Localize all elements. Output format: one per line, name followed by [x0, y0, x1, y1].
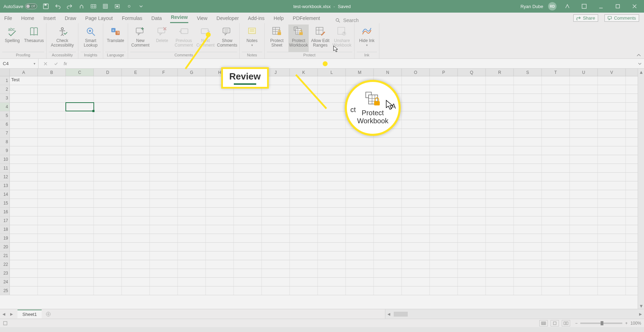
cell[interactable]	[178, 146, 206, 155]
cell[interactable]	[150, 76, 178, 85]
cell[interactable]	[374, 146, 402, 155]
cell[interactable]	[346, 146, 374, 155]
row-header[interactable]: 13	[0, 181, 10, 190]
cell[interactable]	[66, 269, 94, 277]
column-header[interactable]: V	[598, 69, 626, 76]
column-header[interactable]: A	[10, 69, 38, 76]
cell[interactable]	[234, 199, 262, 207]
cell[interactable]	[66, 138, 94, 146]
collapse-ribbon-icon[interactable]	[636, 53, 641, 58]
tab-insert[interactable]: Insert	[43, 14, 56, 23]
cell[interactable]	[178, 155, 206, 164]
cell[interactable]	[66, 234, 94, 242]
cell[interactable]	[262, 103, 290, 111]
cell[interactable]	[38, 138, 66, 146]
cell[interactable]	[318, 181, 346, 190]
cell[interactable]	[430, 278, 458, 286]
row-header[interactable]: 2	[0, 85, 10, 94]
cell[interactable]	[458, 181, 486, 190]
cell[interactable]	[346, 138, 374, 146]
cell[interactable]	[38, 251, 66, 260]
select-all-corner[interactable]	[0, 69, 10, 76]
cell[interactable]	[430, 138, 458, 146]
cell[interactable]	[290, 260, 318, 269]
cell[interactable]	[514, 199, 542, 207]
cell[interactable]	[346, 243, 374, 251]
qat-btn-8[interactable]	[125, 2, 133, 10]
cell[interactable]	[234, 260, 262, 269]
cell[interactable]	[94, 129, 122, 137]
record-macro-icon[interactable]	[3, 321, 8, 326]
cell[interactable]	[458, 251, 486, 260]
cell[interactable]	[10, 199, 38, 207]
cell[interactable]	[458, 199, 486, 207]
cell[interactable]	[66, 251, 94, 260]
row-header[interactable]: 10	[0, 155, 10, 164]
cell[interactable]	[318, 85, 346, 94]
cell[interactable]	[346, 278, 374, 286]
scroll-left-icon[interactable]: ◂	[385, 311, 392, 317]
cell[interactable]	[598, 225, 626, 234]
cell[interactable]	[318, 286, 346, 295]
cell[interactable]	[234, 286, 262, 295]
cell[interactable]	[94, 208, 122, 216]
cell[interactable]	[262, 286, 290, 295]
cell[interactable]	[262, 216, 290, 225]
cell[interactable]	[346, 155, 374, 164]
cell[interactable]	[38, 85, 66, 94]
cell[interactable]	[570, 251, 598, 260]
cell[interactable]	[234, 278, 262, 286]
scroll-right-icon[interactable]: ▸	[637, 311, 644, 317]
cell[interactable]	[402, 181, 430, 190]
cell[interactable]	[234, 146, 262, 155]
tab-page-layout[interactable]: Page Layout	[85, 14, 114, 23]
cell[interactable]	[66, 216, 94, 225]
cell[interactable]	[542, 76, 570, 85]
minimize-icon[interactable]	[595, 1, 607, 11]
tab-draw[interactable]: Draw	[64, 14, 77, 23]
cell[interactable]	[570, 243, 598, 251]
cell[interactable]	[346, 199, 374, 207]
cell[interactable]	[234, 164, 262, 172]
cell[interactable]	[318, 278, 346, 286]
cell[interactable]	[402, 190, 430, 199]
cell[interactable]	[374, 243, 402, 251]
cell[interactable]	[458, 190, 486, 199]
cell[interactable]	[66, 76, 94, 85]
cell[interactable]	[318, 216, 346, 225]
cell[interactable]	[150, 173, 178, 181]
sheet-nav-next-icon[interactable]: ▸	[8, 311, 15, 317]
cell[interactable]	[234, 155, 262, 164]
cell[interactable]	[290, 164, 318, 172]
cell[interactable]	[38, 94, 66, 102]
cell[interactable]	[318, 243, 346, 251]
tab-addins[interactable]: Add-ins	[247, 14, 265, 23]
hide-ink-button[interactable]: Hide Ink ▾	[357, 25, 377, 52]
zoom-slider[interactable]	[580, 323, 622, 324]
cell[interactable]	[374, 164, 402, 172]
cell[interactable]	[542, 146, 570, 155]
cell[interactable]	[430, 234, 458, 242]
cell[interactable]	[150, 181, 178, 190]
cell[interactable]	[402, 251, 430, 260]
spelling-button[interactable]: abc Spelling	[2, 25, 22, 52]
cell[interactable]	[262, 234, 290, 242]
column-header[interactable]: K	[290, 69, 318, 76]
cell[interactable]	[542, 190, 570, 199]
column-header[interactable]: F	[150, 69, 178, 76]
cell[interactable]	[94, 190, 122, 199]
cell[interactable]	[458, 94, 486, 102]
vertical-scrollbar[interactable]: ▴ ▾	[638, 69, 644, 309]
cell[interactable]	[234, 234, 262, 242]
cell[interactable]	[430, 216, 458, 225]
cell[interactable]	[262, 129, 290, 137]
cell[interactable]	[38, 111, 66, 120]
cell[interactable]	[430, 103, 458, 111]
cell[interactable]	[374, 260, 402, 269]
cell[interactable]	[402, 216, 430, 225]
cell[interactable]	[570, 225, 598, 234]
cell[interactable]	[318, 120, 346, 129]
cell[interactable]	[542, 251, 570, 260]
cell[interactable]	[570, 111, 598, 120]
cell[interactable]	[206, 278, 234, 286]
